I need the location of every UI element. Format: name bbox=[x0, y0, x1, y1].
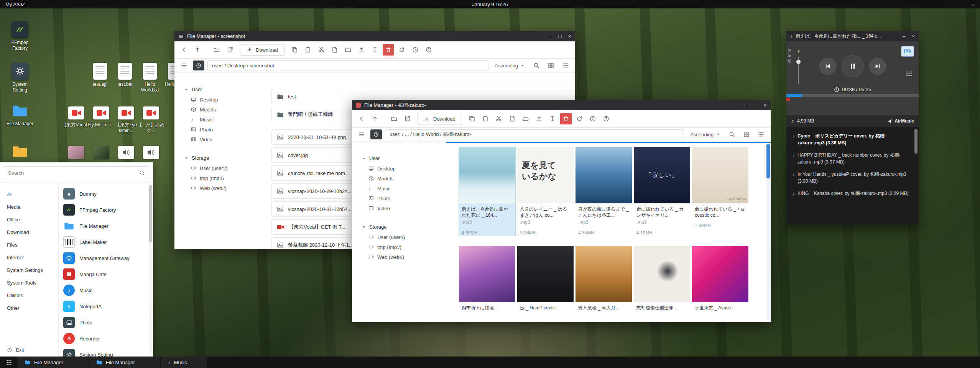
trash-button[interactable] bbox=[560, 113, 572, 124]
category-internet[interactable]: Internet bbox=[7, 251, 58, 264]
sidebar-item-models[interactable]: Models bbox=[184, 105, 268, 114]
cut-button[interactable] bbox=[493, 113, 505, 124]
window-titlebar[interactable]: File Manager - 柘榴-zakuro- – □ × bbox=[352, 100, 771, 110]
volume-up-icon[interactable]: + bbox=[796, 48, 800, 54]
grid-view-button[interactable] bbox=[545, 60, 557, 71]
app-item-manga-cafe[interactable]: Manga Cafe bbox=[63, 266, 146, 282]
file-tile[interactable]: 「寂しい」 命に嫌われている _ カンザキイオリ... .mp3 4.19MB bbox=[634, 147, 690, 236]
new-file-button[interactable] bbox=[506, 113, 518, 124]
playlist-item[interactable]: ♪ HAPPY BIRTHDAY _ back number cover. by… bbox=[790, 149, 913, 168]
app-item-notepada[interactable]: NotepadA bbox=[63, 298, 146, 314]
minimize-button[interactable]: – bbox=[549, 33, 552, 39]
app-item-label-maker[interactable]: Label Maker bbox=[63, 234, 146, 250]
maximize-button[interactable]: □ bbox=[754, 102, 757, 108]
category-utilities[interactable]: Utilities bbox=[7, 289, 58, 302]
taskbar-item-music[interactable]: ♪ Music bbox=[161, 357, 207, 368]
new-file-button[interactable] bbox=[329, 44, 340, 56]
up-button[interactable] bbox=[192, 44, 203, 56]
sidebar-item-tmp-drive[interactable]: tmp (tmp:/) bbox=[184, 173, 268, 183]
search-button[interactable] bbox=[531, 60, 542, 71]
trash-button[interactable] bbox=[383, 44, 394, 56]
app-item-dummy[interactable]: ● Dummy bbox=[63, 186, 146, 202]
file-tile[interactable]: 夏を見ているかな 八月のレイニー _ はるまきごはん co... .mp3 3.… bbox=[517, 147, 574, 236]
app-item-file-manager[interactable]: File Manager bbox=[63, 218, 146, 234]
scrollbar-thumb[interactable] bbox=[914, 129, 918, 154]
category-files[interactable]: Files bbox=[7, 239, 58, 251]
open-external-button[interactable] bbox=[402, 113, 413, 124]
pause-button[interactable] bbox=[842, 55, 864, 77]
search-box[interactable] bbox=[4, 166, 149, 179]
sidebar-item-desktop[interactable]: Desktop bbox=[184, 95, 268, 105]
sidebar-item-web-drive[interactable]: Web (web:/) bbox=[184, 183, 268, 193]
desktop-icon-file-manager[interactable]: File Manager bbox=[5, 102, 35, 127]
file-tile[interactable]: 君が夜の海に還るまで _ こんにちは谷田... .mp3 4.35MB bbox=[576, 147, 632, 236]
close-button[interactable]: × bbox=[568, 33, 571, 39]
copy-button[interactable] bbox=[466, 113, 478, 124]
paste-button[interactable] bbox=[302, 44, 314, 56]
player-titlebar[interactable]: ♪ 例えば、今此処に置かれた花に _ 164 c... – × bbox=[786, 31, 919, 41]
open-folder-button[interactable] bbox=[388, 113, 400, 124]
sort-select[interactable]: Ascending bbox=[687, 132, 723, 137]
sidebar-item-photo[interactable]: Photo bbox=[184, 124, 268, 134]
file-tile[interactable]: 廿世東京 _ Avase... bbox=[692, 246, 748, 311]
category-other[interactable]: Other bbox=[7, 302, 58, 314]
help-button[interactable] bbox=[600, 113, 612, 124]
list-view-button[interactable] bbox=[755, 129, 767, 140]
paste-button[interactable] bbox=[480, 113, 491, 124]
scrollbar-thumb[interactable] bbox=[766, 144, 770, 178]
sidebar-item-desktop[interactable]: Desktop bbox=[362, 164, 446, 173]
sidebar-section-storage[interactable]: Storage bbox=[362, 222, 446, 232]
sort-select[interactable]: Ascending bbox=[492, 63, 528, 69]
brand-label[interactable]: My ArOZ bbox=[5, 2, 25, 7]
sidebar-section-user[interactable]: User bbox=[184, 84, 268, 95]
sidebar-item-music[interactable]: ♪ Music bbox=[184, 114, 268, 124]
search-button[interactable] bbox=[726, 129, 738, 140]
playlist-item[interactable]: ♪ Cynic _ ポリスピカデリー cover. by 柘榴-zakuro-.… bbox=[790, 130, 913, 149]
file-tile[interactable]: 薺と葉桜 _ 青大月... bbox=[576, 246, 632, 311]
app-item-music[interactable]: ♪ Music bbox=[63, 282, 146, 298]
sidebar-item-user-drive[interactable]: User (user:/) bbox=[362, 232, 446, 242]
desktop-icon-system-setting[interactable]: System Setting bbox=[5, 62, 35, 93]
playlist-item[interactable]: ♪ In Your Hands _ yusukeP cover. by 柘榴-z… bbox=[790, 168, 913, 187]
sidebar-toggle-button[interactable] bbox=[178, 60, 190, 71]
app-item-ffmpeg-factory[interactable]: FFmpeg Factory bbox=[63, 202, 146, 218]
upload-button[interactable] bbox=[533, 113, 545, 124]
download-button[interactable]: Download bbox=[240, 44, 284, 56]
back-button[interactable] bbox=[356, 113, 367, 124]
app-item-recorder[interactable]: Recorder bbox=[63, 330, 146, 347]
file-tile-selected[interactable]: 例えば、今此処に置かれた花に _ 164... .mp3 4.99MB bbox=[459, 147, 515, 236]
grid-view-button[interactable] bbox=[741, 129, 752, 140]
app-item-management-gateway[interactable]: Management Gateway bbox=[63, 250, 146, 266]
sidebar-item-video[interactable]: Video bbox=[362, 203, 446, 213]
category-all[interactable]: All bbox=[7, 188, 58, 201]
seek-bar[interactable] bbox=[786, 94, 919, 97]
cast-button[interactable] bbox=[901, 46, 914, 57]
sidebar-item-music[interactable]: ♪ Music bbox=[362, 183, 446, 193]
scrollbar-thumb[interactable] bbox=[149, 185, 152, 242]
hamburger-menu-icon[interactable]: ≡ bbox=[971, 1, 975, 8]
playlist-item[interactable]: ♪ KING _ Kanaria cover. by 柘榴-zakuro-.mp… bbox=[790, 187, 913, 200]
upload-button[interactable] bbox=[356, 44, 367, 56]
file-tile[interactable]: 四季折々に揺蕩... bbox=[459, 246, 515, 311]
refresh-button[interactable] bbox=[396, 44, 408, 56]
sidebar-item-tmp-drive[interactable]: tmp (tmp:/) bbox=[362, 242, 446, 252]
search-input[interactable] bbox=[8, 170, 139, 176]
desktop-icon-ffmpeg-factory[interactable]: FFmpeg Factory bbox=[5, 21, 35, 51]
sidebar-item-user-drive[interactable]: User (user:/) bbox=[184, 163, 268, 173]
app-item-system-setting[interactable]: System Setting bbox=[63, 347, 146, 357]
taskbar-item-file-manager-2[interactable]: File Manager bbox=[89, 357, 160, 368]
next-track-button[interactable] bbox=[869, 58, 886, 75]
open-folder-button[interactable] bbox=[211, 44, 222, 56]
file-tile[interactable]: ~ Acoustic ve 命に嫌われている _ + acoustic co..… bbox=[692, 147, 748, 236]
back-button[interactable] bbox=[178, 44, 190, 56]
new-folder-button[interactable] bbox=[520, 113, 531, 124]
path-input[interactable]: user: / Desktop / screenshot bbox=[207, 61, 488, 70]
minimize-button[interactable]: – bbox=[745, 102, 748, 108]
category-download[interactable]: Download bbox=[7, 226, 58, 239]
close-button[interactable]: × bbox=[764, 102, 767, 108]
recent-files-button[interactable] bbox=[193, 61, 204, 70]
refresh-button[interactable] bbox=[574, 113, 585, 124]
info-button[interactable] bbox=[587, 113, 599, 124]
rename-button[interactable] bbox=[369, 44, 381, 56]
category-media[interactable]: Media bbox=[7, 201, 58, 213]
